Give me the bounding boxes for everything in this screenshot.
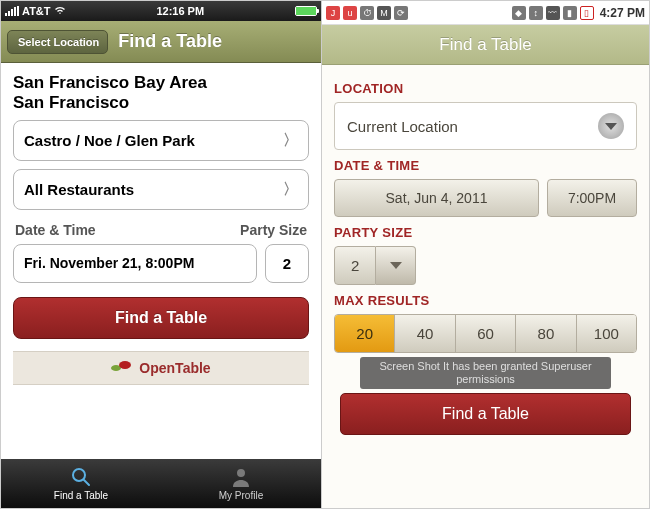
date-button[interactable]: Sat, Jun 4, 2011 xyxy=(334,179,539,217)
ios-nav-bar: Select Location Find a Table xyxy=(1,21,321,63)
brand-name: OpenTable xyxy=(139,360,210,376)
android-status-bar: J u ⏱ M ⟳ ◆ ↕ 〰 ▮ ▯ 4:27 PM xyxy=(322,1,649,25)
party-label: Party Size xyxy=(240,222,307,238)
signal-icon xyxy=(5,6,19,16)
party-section-label: PARTY SIZE xyxy=(334,225,637,240)
notif-icon: J xyxy=(326,6,340,20)
vibrate-icon: 〰 xyxy=(546,6,560,20)
clock-notif-icon: ⏱ xyxy=(360,6,374,20)
brand-bar: OpenTable xyxy=(13,351,309,385)
opentable-logo-icon xyxy=(111,361,133,375)
battery-low-icon: ▯ xyxy=(580,6,594,20)
datetime-label: Date & Time xyxy=(15,222,240,238)
battery-icon xyxy=(295,6,317,16)
find-table-button[interactable]: Find a Table xyxy=(13,297,309,339)
wifi-icon xyxy=(54,5,66,17)
superuser-toast: Screen Shot It has been granted Superuse… xyxy=(360,357,611,389)
chevron-right-icon: 〉 xyxy=(283,131,298,150)
tab-find-table[interactable]: Find a Table xyxy=(1,459,161,508)
android-nav-bar: Find a Table xyxy=(322,25,649,65)
location-section-label: LOCATION xyxy=(334,81,637,96)
notif-icon: u xyxy=(343,6,357,20)
party-size-select[interactable]: 2 xyxy=(334,246,637,285)
page-title: Find a Table xyxy=(439,35,531,55)
party-size-value: 2 xyxy=(334,246,376,285)
neighborhood-label: Castro / Noe / Glen Park xyxy=(24,132,195,149)
sync-notif-icon: ⟳ xyxy=(394,6,408,20)
dropdown-icon xyxy=(598,113,624,139)
android-screen: J u ⏱ M ⟳ ◆ ↕ 〰 ▮ ▯ 4:27 PM Find a Table… xyxy=(322,1,649,508)
max-results-segmented: 20406080100 xyxy=(334,314,637,353)
max-results-option[interactable]: 20 xyxy=(335,315,395,352)
location-value: Current Location xyxy=(347,118,458,135)
svg-line-1 xyxy=(84,480,89,485)
page-title: Find a Table xyxy=(118,31,222,52)
cell-icon: ▮ xyxy=(563,6,577,20)
signal-icon: ◆ xyxy=(512,6,526,20)
location-heading: San Francisco Bay Area San Francisco xyxy=(13,73,309,112)
search-icon xyxy=(70,466,92,488)
chevron-right-icon: 〉 xyxy=(283,180,298,199)
ios-tab-bar: Find a Table My Profile xyxy=(1,459,321,508)
chevron-down-icon xyxy=(376,246,416,285)
status-time: 4:27 PM xyxy=(600,6,645,20)
max-results-option[interactable]: 40 xyxy=(395,315,455,352)
datetime-section-label: DATE & TIME xyxy=(334,158,637,173)
carrier-label: AT&T xyxy=(22,5,51,17)
max-results-option[interactable]: 80 xyxy=(516,315,576,352)
back-button[interactable]: Select Location xyxy=(7,30,108,54)
datetime-input[interactable]: Fri. November 21, 8:00PM xyxy=(13,244,257,283)
status-time: 12:16 PM xyxy=(66,5,295,17)
profile-icon xyxy=(230,466,252,488)
neighborhood-row[interactable]: Castro / Noe / Glen Park 〉 xyxy=(13,120,309,161)
location-selector[interactable]: Current Location xyxy=(334,102,637,150)
time-button[interactable]: 7:00PM xyxy=(547,179,637,217)
ios-status-bar: AT&T 12:16 PM xyxy=(1,1,321,21)
data-icon: ↕ xyxy=(529,6,543,20)
party-size-input[interactable]: 2 xyxy=(265,244,309,283)
restaurants-label: All Restaurants xyxy=(24,181,134,198)
restaurants-row[interactable]: All Restaurants 〉 xyxy=(13,169,309,210)
tab-my-profile[interactable]: My Profile xyxy=(161,459,321,508)
svg-point-0 xyxy=(73,469,85,481)
find-table-button[interactable]: Find a Table xyxy=(340,393,631,435)
ios-screen: AT&T 12:16 PM Select Location Find a Tab… xyxy=(1,1,322,508)
max-results-option[interactable]: 60 xyxy=(456,315,516,352)
max-results-label: MAX RESULTS xyxy=(334,293,637,308)
mail-notif-icon: M xyxy=(377,6,391,20)
max-results-option[interactable]: 100 xyxy=(577,315,636,352)
